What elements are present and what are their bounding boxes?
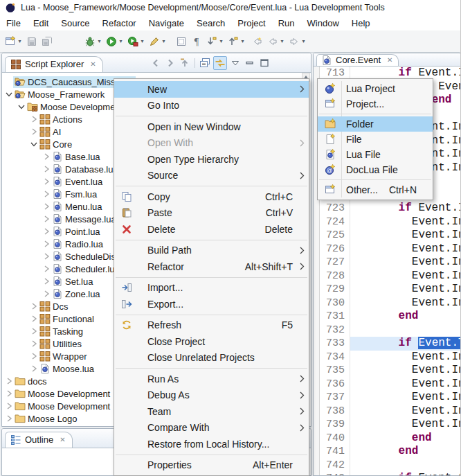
line-number[interactable]: 740 xyxy=(320,432,345,446)
last-edit-location-button[interactable] xyxy=(250,33,265,50)
new-submenu-item-folder[interactable]: Folder xyxy=(318,116,433,132)
view-back-button[interactable] xyxy=(150,57,162,69)
external-tools-button[interactable]: ▾ xyxy=(147,33,168,50)
code-line[interactable] xyxy=(350,324,460,337)
code-line[interactable]: Event.IniPlayerName = Event.IniUnit:GetP… xyxy=(350,297,460,310)
context-menu-item-close-project[interactable]: Close Project xyxy=(114,333,309,350)
chevron-collapsed-icon[interactable] xyxy=(42,277,51,286)
code-line[interactable]: if Event.IniDCSGroup then xyxy=(350,202,460,215)
chevron-collapsed-icon[interactable] xyxy=(42,190,51,199)
line-number[interactable]: 728 xyxy=(320,270,345,283)
chevron-collapsed-icon[interactable] xyxy=(29,115,38,124)
maximize-button[interactable] xyxy=(258,57,271,69)
context-menu-item-team[interactable]: Team xyxy=(114,403,309,420)
dropdown-caret-icon[interactable]: ▾ xyxy=(118,38,124,44)
code-line[interactable]: Event.IniUnit = UNIT:FindByName( Event.I… xyxy=(350,378,460,391)
context-menu-item-close-unrelated-projects[interactable]: Close Unrelated Projects xyxy=(114,350,309,367)
chevron-expanded-icon[interactable] xyxy=(17,103,26,112)
dropdown-caret-icon[interactable]: ▾ xyxy=(161,38,167,44)
code-line[interactable] xyxy=(350,459,460,473)
line-number[interactable]: 732 xyxy=(320,324,345,337)
context-menu-item-compare-with[interactable]: Compare With xyxy=(114,420,309,437)
code-line[interactable]: end xyxy=(350,432,460,446)
view-menu-button[interactable] xyxy=(229,57,242,69)
chevron-collapsed-icon[interactable] xyxy=(42,215,51,224)
line-number[interactable]: 729 xyxy=(320,283,345,297)
prev-annotation-button[interactable]: ▾ xyxy=(226,33,247,50)
menubar-item-refactor[interactable]: Refactor xyxy=(96,17,143,30)
chevron-expanded-icon[interactable] xyxy=(29,140,38,149)
coverage-button[interactable]: ▾ xyxy=(125,33,147,50)
menubar-item-project[interactable]: Project xyxy=(231,17,271,30)
line-number[interactable]: 738 xyxy=(320,405,345,418)
chevron-collapsed-icon[interactable] xyxy=(29,327,38,336)
code-line[interactable]: Event.IniDCSUnitName = Event.IniDCSUnit:… xyxy=(350,351,460,364)
context-menu-item-open-type-hierarchy[interactable]: Open Type Hierarchy xyxy=(114,151,309,168)
code-line[interactable]: Event.IniGroup = GROUP:FindByName( Event… xyxy=(350,283,460,297)
chevron-collapsed-icon[interactable] xyxy=(42,290,51,299)
line-number[interactable]: 727 xyxy=(320,256,345,270)
menubar-item-run[interactable]: Run xyxy=(272,17,301,30)
tab-core-event[interactable]: Core.Event ✕ xyxy=(316,54,399,66)
line-number[interactable]: 737 xyxy=(320,391,345,405)
line-number[interactable]: 726 xyxy=(320,243,345,256)
view-forward-button[interactable] xyxy=(164,57,177,69)
context-menu-item-open-in-new-window[interactable]: Open in New Window xyxy=(114,118,309,135)
code-line[interactable]: end xyxy=(350,445,460,459)
chevron-collapsed-icon[interactable] xyxy=(29,364,38,373)
code-line[interactable]: if Event.target then xyxy=(350,472,460,476)
dropdown-caret-icon[interactable]: ▾ xyxy=(279,38,285,44)
chevron-collapsed-icon[interactable] xyxy=(29,302,38,311)
line-number[interactable]: 739 xyxy=(320,418,345,432)
new-submenu-item-other[interactable]: Other...Ctrl+N xyxy=(318,182,433,197)
tab-outline[interactable]: Outline ✕ xyxy=(5,432,73,448)
context-menu-item-export[interactable]: Export... xyxy=(114,296,309,312)
dropdown-caret-icon[interactable]: ▾ xyxy=(218,38,224,44)
dropdown-caret-icon[interactable]: ▾ xyxy=(17,38,23,44)
dropdown-caret-icon[interactable]: ▾ xyxy=(300,38,307,44)
context-menu-item-delete[interactable]: DeleteDelete xyxy=(114,221,309,238)
context-menu-item-open-with[interactable]: Open With xyxy=(114,135,309,152)
menubar-item-navigate[interactable]: Navigate xyxy=(143,17,190,30)
code-line[interactable]: Event.IniDCSGroupName = Event.IniDCSGrou… xyxy=(350,256,460,270)
tab-script-explorer[interactable]: Script Explorer ✕ xyxy=(5,56,103,72)
menubar-item-search[interactable]: Search xyxy=(190,17,231,30)
chevron-collapsed-icon[interactable] xyxy=(4,427,13,427)
code-line[interactable]: if Event.TgtDCSUnit then xyxy=(350,337,460,351)
run-button[interactable]: ▾ xyxy=(104,33,125,50)
show-whitespace-button[interactable]: ¶ xyxy=(189,33,204,50)
code-line[interactable]: Event.IniDCSGroup = Event.IniDCSUnit:get… xyxy=(350,391,460,405)
line-number[interactable]: 734 xyxy=(320,351,345,364)
forward-button[interactable]: ▾ xyxy=(287,33,308,50)
debug-button[interactable]: ▾ xyxy=(82,33,104,50)
chevron-collapsed-icon[interactable] xyxy=(29,340,38,349)
context-menu-item-go-into[interactable]: Go Into xyxy=(114,98,309,114)
next-annotation-button[interactable]: ▾ xyxy=(204,33,226,50)
context-menu-item-debug-as[interactable]: Debug As xyxy=(114,387,309,404)
context-menu-item-new[interactable]: New xyxy=(114,81,309,98)
context-menu-item-import[interactable]: Import... xyxy=(114,280,309,297)
line-number[interactable]: 731 xyxy=(320,310,345,324)
context-menu-item-properties[interactable]: PropertiesAlt+Enter xyxy=(114,457,309,474)
link-with-editor-button[interactable] xyxy=(213,56,227,70)
code-line[interactable]: Event.IniGroupName = Event.IniDCSGroupNa… xyxy=(350,229,460,243)
chevron-collapsed-icon[interactable] xyxy=(42,252,51,261)
chevron-collapsed-icon[interactable] xyxy=(42,240,51,249)
context-menu-item-build-path[interactable]: Build Path xyxy=(114,243,309,259)
line-number[interactable]: 741 xyxy=(320,445,345,459)
context-menu-item-restore-from-local-history[interactable]: Restore from Local History... xyxy=(114,436,309,452)
line-number[interactable]: 730 xyxy=(320,297,345,310)
code-line[interactable]: Event.IniGroup = GROUP:FindByName( Event… xyxy=(350,243,460,256)
menubar-item-file[interactable]: File xyxy=(0,17,27,30)
line-number[interactable]: 725 xyxy=(320,229,345,243)
view-up-button[interactable] xyxy=(179,57,191,69)
close-icon[interactable]: ✕ xyxy=(387,56,392,64)
line-number[interactable]: 724 xyxy=(320,215,345,229)
menubar-item-source[interactable]: Source xyxy=(55,17,96,30)
code-line[interactable]: end xyxy=(350,310,460,324)
context-menu-item-paste[interactable]: PasteCtrl+V xyxy=(114,205,309,222)
close-icon[interactable]: ✕ xyxy=(60,436,65,443)
dropdown-caret-icon[interactable]: ▾ xyxy=(96,38,102,44)
code-line[interactable]: Event.IniDCSGroupName = Event.IniDCSGrou… xyxy=(350,215,460,229)
chevron-collapsed-icon[interactable] xyxy=(4,389,13,398)
